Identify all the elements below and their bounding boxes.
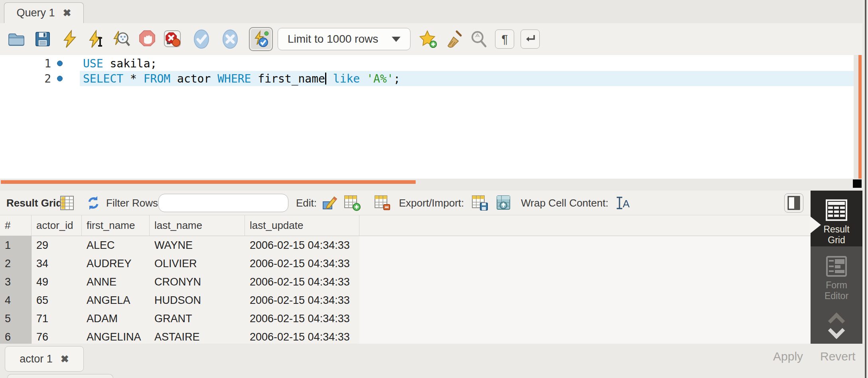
- row-number-cell[interactable]: 4: [0, 291, 32, 309]
- cell[interactable]: 29: [32, 236, 82, 254]
- wrap-cell-button[interactable]: A: [615, 191, 630, 215]
- table-row[interactable]: 676ANGELINAASTAIRE2006-02-15 04:34:33: [0, 328, 811, 344]
- cell[interactable]: HUDSON: [150, 291, 245, 309]
- table-row[interactable]: 349ANNECRONYN2006-02-15 04:34:33: [0, 273, 811, 291]
- table-row[interactable]: 465ANGELAHUDSON2006-02-15 04:34:33: [0, 291, 811, 309]
- insert-row-button[interactable]: [344, 191, 361, 215]
- grid-body: 129ALECWAYNE2006-02-15 04:34:33234AUDREY…: [0, 236, 811, 344]
- import-button[interactable]: [496, 191, 513, 215]
- limit-rows-value: Limit to 1000 rows: [288, 33, 378, 45]
- cell[interactable]: ANGELINA: [82, 328, 150, 344]
- delete-row-button[interactable]: [374, 191, 391, 215]
- cell[interactable]: GRANT: [150, 309, 245, 328]
- chevron-down-icon[interactable]: [828, 322, 845, 339]
- table-row[interactable]: 129ALECWAYNE2006-02-15 04:34:33: [0, 236, 811, 254]
- cell[interactable]: 65: [32, 291, 82, 309]
- export-button[interactable]: [471, 191, 488, 215]
- grid-header-row: #actor_idfirst_namelast_namelast_update: [0, 215, 811, 236]
- column-header-last_update[interactable]: last_update: [245, 215, 359, 236]
- execute-button[interactable]: [61, 30, 79, 48]
- apply-button[interactable]: Apply: [773, 350, 803, 363]
- cell[interactable]: 34: [32, 254, 82, 273]
- export-import-label: Export/Import:: [399, 191, 464, 215]
- limit-rows-dropdown[interactable]: Limit to 1000 rows: [278, 28, 410, 50]
- cell[interactable]: 2006-02-15 04:34:33: [245, 254, 359, 273]
- refresh-button[interactable]: [86, 191, 101, 215]
- sidebar-item-form-editor[interactable]: Form Editor: [811, 246, 862, 344]
- cell[interactable]: WAYNE: [150, 236, 245, 254]
- cell[interactable]: ADAM: [82, 309, 150, 328]
- column-header-last_name[interactable]: last_name: [150, 215, 245, 236]
- cell[interactable]: ANNE: [82, 273, 150, 291]
- stop-on-error-button[interactable]: [164, 30, 182, 48]
- save-button[interactable]: [34, 30, 52, 48]
- column-header-first_name[interactable]: first_name: [82, 215, 150, 236]
- open-file-icon: [7, 30, 26, 48]
- search-input[interactable]: [166, 197, 290, 209]
- cell[interactable]: CRONYN: [150, 273, 245, 291]
- line-number: 2: [0, 72, 51, 85]
- tab-query-1[interactable]: Query 1 ✖: [4, 2, 84, 23]
- filter-rows-label: Filter Rows:: [106, 191, 161, 215]
- cell[interactable]: 2006-02-15 04:34:33: [245, 273, 359, 291]
- scrollbar-corner: [853, 179, 862, 188]
- row-number-cell[interactable]: 5: [0, 309, 32, 328]
- column-header-actor_id[interactable]: actor_id: [32, 215, 82, 236]
- revert-button[interactable]: Revert: [820, 350, 855, 363]
- stop-button[interactable]: [138, 30, 156, 48]
- search-box[interactable]: [158, 194, 288, 212]
- autocommit-toggle-button[interactable]: [249, 27, 273, 51]
- explain-button[interactable]: [112, 30, 131, 48]
- statement-dot-icon: [57, 61, 63, 66]
- result-tab-bar: [0, 344, 862, 378]
- beautify-button[interactable]: [445, 30, 463, 48]
- commit-button[interactable]: [192, 30, 211, 48]
- tab-actor-1[interactable]: actor 1 ✖: [5, 346, 84, 372]
- code-segment: 'A%': [367, 72, 393, 85]
- close-icon[interactable]: ✖: [63, 8, 71, 18]
- cell[interactable]: 2006-02-15 04:34:33: [245, 309, 359, 328]
- cell[interactable]: 2006-02-15 04:34:33: [245, 291, 359, 309]
- cell[interactable]: 49: [32, 273, 82, 291]
- cell[interactable]: ANGELA: [82, 291, 150, 309]
- editor-vscrollbar-thumb[interactable]: [858, 55, 862, 179]
- rollback-button[interactable]: [221, 30, 239, 48]
- cell[interactable]: AUDREY: [82, 254, 150, 273]
- tab-actor-1-label: actor 1: [20, 353, 53, 365]
- table-row[interactable]: 571ADAMGRANT2006-02-15 04:34:33: [0, 309, 811, 328]
- row-number-cell[interactable]: 1: [0, 236, 32, 254]
- cell[interactable]: 76: [32, 328, 82, 344]
- open-file-button[interactable]: [7, 30, 26, 48]
- wrap-text-toggle-button[interactable]: [521, 30, 540, 49]
- execute-current-button[interactable]: [87, 30, 105, 48]
- code-line[interactable]: 1USE sakila;: [0, 56, 854, 71]
- editor-hscrollbar-thumb[interactable]: [1, 180, 416, 184]
- invisibles-toggle-button[interactable]: ¶: [495, 30, 514, 49]
- cell[interactable]: OLIVIER: [150, 254, 245, 273]
- cell[interactable]: ALEC: [82, 236, 150, 254]
- row-number-cell[interactable]: 2: [0, 254, 32, 273]
- row-number-cell[interactable]: 3: [0, 273, 32, 291]
- code-line[interactable]: 2SELECT * FROM actor WHERE first_name li…: [0, 71, 854, 86]
- svg-text:A: A: [623, 198, 630, 210]
- row-number-cell[interactable]: 6: [0, 328, 32, 344]
- cell[interactable]: ASTAIRE: [150, 328, 245, 344]
- close-icon[interactable]: ✖: [61, 354, 69, 364]
- new-snippet-button[interactable]: [419, 30, 438, 48]
- column-header-num[interactable]: #: [0, 215, 32, 236]
- code-segment: FROM: [144, 72, 177, 85]
- edit-label: Edit:: [296, 191, 317, 215]
- cell[interactable]: 71: [32, 309, 82, 328]
- execute-current-icon: [87, 30, 105, 48]
- cell[interactable]: 2006-02-15 04:34:33: [245, 236, 359, 254]
- find-button[interactable]: [470, 30, 488, 48]
- panel-toggle-button[interactable]: [784, 193, 803, 213]
- new-snippet-icon: [419, 30, 438, 49]
- code-segment: first_name: [258, 72, 325, 85]
- commit-icon: [193, 30, 209, 49]
- sidebar-item-result-grid[interactable]: Result Grid: [811, 191, 862, 246]
- edit-record-button[interactable]: [322, 191, 337, 215]
- cell[interactable]: 2006-02-15 04:34:33: [245, 328, 359, 344]
- chevron-down-icon: [392, 37, 400, 42]
- table-row[interactable]: 234AUDREYOLIVIER2006-02-15 04:34:33: [0, 254, 811, 273]
